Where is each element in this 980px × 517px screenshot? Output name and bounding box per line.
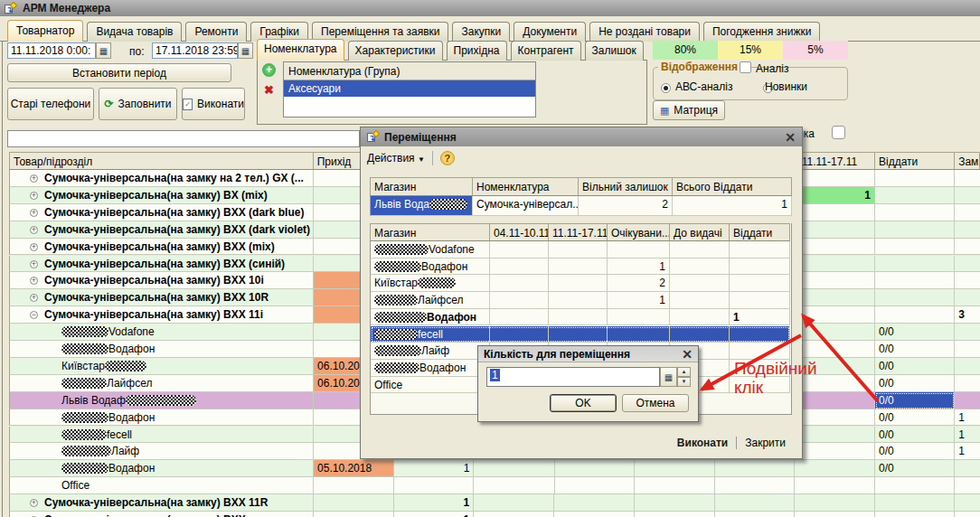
abc-cell-80%: 80% (653, 41, 718, 60)
matrix-icon: ▦ (660, 105, 669, 117)
quantity-dialog-title: Кількість для переміщення (484, 348, 682, 361)
date-from-calendar-button[interactable]: ▦ (96, 42, 111, 59)
movement-dialog-titlebar: ↴ Переміщення ✕ (361, 127, 802, 146)
movement-dialog-title: Переміщення (384, 131, 785, 144)
inner-tab-Контрагент[interactable]: Контрагент (511, 41, 581, 61)
expand-icon[interactable]: + (30, 209, 38, 217)
cancel-button[interactable]: Отмена (622, 394, 689, 412)
censored-scribble (374, 362, 419, 373)
expand-icon[interactable]: + (30, 243, 38, 251)
display-group-title: Відображення (658, 61, 740, 73)
help-icon[interactable]: ? (440, 151, 455, 165)
nomenclature-list-item-selected[interactable]: Аксесуари (284, 80, 535, 97)
movement-close-button[interactable]: Закрити (745, 437, 786, 449)
expand-icon[interactable]: + (30, 174, 38, 183)
date-from-input[interactable]: 11.11.2018 0:00: (7, 42, 96, 59)
tab-Видача товарів[interactable]: Видача товарів (87, 22, 182, 42)
censored-scribble (429, 199, 467, 210)
censored-scribble (61, 326, 108, 337)
tab-Погодження знижки[interactable]: Погодження знижки (703, 22, 820, 42)
shops-table-row[interactable]: fecell (371, 326, 790, 343)
censored-scribble (61, 463, 108, 474)
tab-Документи[interactable]: Документи (514, 22, 586, 42)
panel-border (2, 41, 3, 517)
tab-Не роздані товари[interactable]: Не роздані товари (589, 22, 700, 42)
spinner-up-icon: ▲ (677, 367, 691, 377)
censored-scribble (374, 295, 418, 306)
abc-percent-cells: 80%15%5% (653, 41, 848, 60)
censored-scribble (61, 378, 107, 389)
movement-dialog-icon: ↴ (367, 131, 379, 143)
spinner-down-icon: ▼ (677, 377, 691, 387)
expand-icon[interactable]: + (30, 499, 38, 507)
shops-table-row[interactable]: Водафон1 (371, 309, 790, 326)
expand-icon[interactable]: + (30, 226, 38, 234)
inner-tab-Прихідна[interactable]: Прихідна (447, 41, 507, 61)
expand-icon[interactable]: + (30, 192, 38, 200)
inner-tab-Залишок[interactable]: Залишок (585, 41, 644, 61)
execute-button[interactable]: ✓Виконати (182, 88, 245, 120)
fill-button[interactable]: ⟳Заповнити (99, 88, 177, 120)
quantity-input[interactable]: 1 (486, 367, 660, 387)
censored-scribble (374, 312, 427, 323)
table-row[interactable]: +Сумочка-універсальна(на замку) BXX ...1 (9, 512, 980, 517)
censored-scribble (374, 261, 421, 272)
delete-icon[interactable]: ✖ (262, 84, 276, 98)
censored-scribble (374, 345, 421, 356)
movement-toolbar: Действия ▼ ? (361, 146, 802, 170)
app-window: ↴ АРМ Менеджера ТоварнаторВидача товарів… (0, 0, 980, 517)
movement-dialog-close-icon[interactable]: ✕ (785, 131, 796, 144)
abc-cell-5%: 5% (783, 41, 848, 60)
expand-icon[interactable]: + (30, 260, 38, 268)
analysis-checkbox[interactable] (740, 61, 751, 73)
inner-tab-Характеристики[interactable]: Характеристики (348, 41, 443, 61)
abc-cell-15%: 15% (718, 41, 783, 60)
shops-table-row[interactable]: Київстар2 (371, 275, 790, 292)
date-to-input[interactable]: 17.11.2018 23:59: (152, 42, 238, 59)
shops-table-row[interactable]: Vodafone (371, 241, 790, 258)
quantity-dialog: Кількість для переміщення ✕ 1 ▦ ▲▼ OK От… (477, 345, 699, 422)
quantity-spinner[interactable]: ▲▼ (677, 367, 691, 387)
quick-filter-input[interactable] (7, 130, 360, 147)
censored-scribble (374, 244, 429, 255)
app-icon: ↴ (5, 3, 16, 14)
ok-button[interactable]: OK (550, 394, 617, 412)
movement-command-bar: Виконати Закрити (361, 431, 802, 455)
censored-scribble (105, 361, 146, 371)
set-period-button[interactable]: Встановити період (7, 63, 231, 82)
add-icon[interactable]: + (262, 63, 276, 77)
table-row[interactable]: Office (9, 477, 980, 494)
annotation-text: Подвійнийклік (734, 359, 817, 397)
old-phones-button[interactable]: Старі телефони (7, 88, 94, 120)
calculator-button[interactable]: ▦ (660, 367, 677, 387)
inner-tab-bar: НоменклатураХарактеристикиПрихіднаКонтра… (257, 41, 644, 61)
censored-scribble (418, 277, 456, 288)
shops-table-row[interactable]: Водафон1 (371, 258, 790, 276)
tab-Закупки[interactable]: Закупки (452, 22, 510, 42)
collapse-icon[interactable]: − (30, 311, 38, 319)
matrix-button[interactable]: ▦Матриця (653, 100, 725, 120)
partial-checkbox[interactable] (832, 126, 845, 139)
date-to-label: по: (129, 45, 145, 58)
table-row[interactable]: +Сумочка-універсальна(на замку) BXX 11R1 (9, 494, 980, 512)
table-row[interactable]: Водафон05.10.201810/0 (9, 460, 980, 477)
actions-menu[interactable]: Действия ▼ (367, 152, 425, 164)
date-to-calendar-button[interactable]: ▦ (238, 42, 253, 59)
novelty-label: Новинки (765, 80, 807, 93)
shops-table-row[interactable]: Лайфсел1 (371, 292, 790, 309)
expand-icon[interactable]: + (30, 277, 38, 285)
abc-analysis-label: АВС-аналіз (675, 80, 732, 93)
tab-Товарнатор[interactable]: Товарнатор (7, 20, 83, 42)
tab-Ремонти[interactable]: Ремонти (185, 22, 247, 42)
summary-table-row[interactable]: Львів ВодаСумочка-універсал...21 (370, 196, 792, 216)
expand-icon[interactable]: + (30, 294, 38, 302)
window-title: АРМ Менеджера (23, 2, 110, 14)
quantity-dialog-close-icon[interactable]: ✕ (682, 348, 693, 361)
abc-analysis-radio[interactable] (661, 83, 671, 93)
censored-scribble (61, 429, 107, 440)
inner-tab-Номенклатура[interactable]: Номенклатура (257, 39, 344, 61)
censored-scribble (61, 412, 108, 423)
window-titlebar: ↴ АРМ Менеджера (0, 0, 980, 16)
summary-table-header: МагазинНоменклатураВільний залишокВсього… (370, 177, 792, 196)
movement-execute-button[interactable]: Виконати (677, 437, 728, 449)
